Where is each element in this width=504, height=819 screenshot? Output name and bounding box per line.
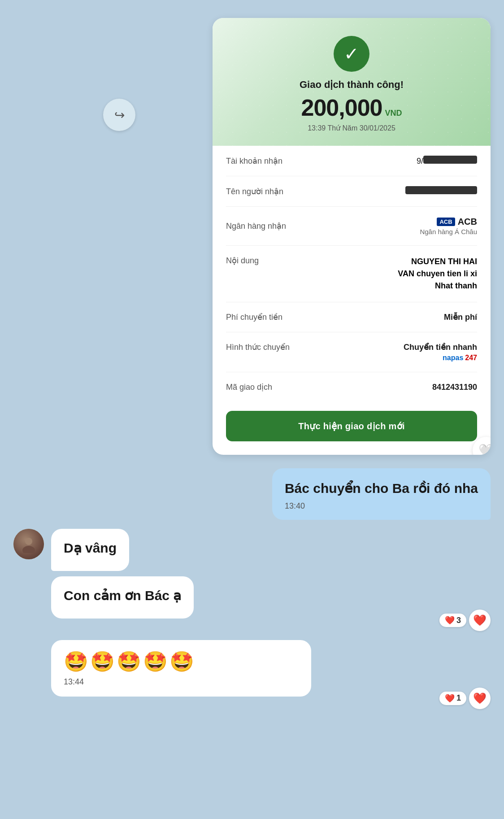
receipt-card: ✓ Giao dịch thành công! 200,000 VND 13:3… — [213, 18, 491, 455]
reply-button[interactable]: ↪ — [103, 99, 135, 131]
svg-point-1 — [22, 546, 35, 553]
react-heart-button-cam-on[interactable]: ❤️ — [469, 610, 491, 631]
outgoing-message-text: Bác chuyển cho Ba rồi đó nha — [285, 479, 478, 498]
outgoing-message-area: Bác chuyển cho Ba rồi đó nha 13:40 — [0, 459, 504, 524]
chat-container: ↪ ✓ Giao dịch thành công! 200,000 VND 13… — [0, 0, 504, 819]
receipt-value-fee: Miễn phí — [444, 312, 477, 322]
incoming-bubble-cam-on: Con cảm ơn Bác ạ — [51, 576, 194, 619]
amount-currency: VND — [385, 109, 402, 118]
checkmark-icon: ✓ — [344, 45, 359, 63]
receipt-body: Tài khoản nhận 9/ Tên người nhận Ngân hà… — [213, 146, 491, 402]
receipt-row-txid: Mã giao dịch 8412431190 — [226, 372, 477, 402]
cam-on-text: Con cảm ơn Bác ạ — [64, 586, 181, 605]
receipt-row-account: Tài khoản nhận 9/ — [226, 146, 477, 176]
receipt-label-content: Nội dung — [226, 256, 316, 266]
napas-red-text: 247 — [465, 354, 477, 362]
da-vang-text: Dạ vâng — [64, 539, 117, 558]
receipt-row-name: Tên người nhận — [226, 176, 477, 207]
method-text: Chuyển tiền nhanh — [404, 342, 477, 352]
receipt-label-account: Tài khoản nhận — [226, 156, 316, 166]
avatar-inner — [13, 529, 44, 559]
react-heart-button-emoji[interactable]: ❤️ — [469, 688, 491, 709]
heart-emoji-cam-on: ❤️ — [445, 615, 455, 625]
datetime-text: 13:39 Thứ Năm 30/01/2025 — [226, 124, 477, 132]
emoji-message-time: 13:44 — [64, 677, 299, 687]
heart-emoji-sticker: ❤️ — [445, 693, 455, 703]
receipt-header: ✓ Giao dịch thành công! 200,000 VND 13:3… — [213, 18, 491, 146]
incoming-message-emoji: 🤩🤩🤩🤩🤩 13:44 ❤️ 1 ❤️ — [51, 640, 491, 697]
incoming-bubble-emoji: 🤩🤩🤩🤩🤩 13:44 — [51, 640, 311, 697]
receipt-row-method: Hình thức chuyển Chuyển tiền nhanh napas… — [226, 332, 477, 372]
receipt-value-content: NGUYEN THI HAIVAN chuyen tien li xiNhat … — [398, 256, 477, 292]
receipt-area: ↪ ✓ Giao dịch thành công! 200,000 VND 13… — [0, 9, 504, 459]
reaction-count-value-emoji: 1 — [456, 693, 461, 703]
incoming-bubble-da-vang: Dạ vâng — [51, 529, 129, 571]
bank-value: ACB ACB Ngân hàng Á Châu — [420, 217, 477, 235]
redacted-account — [423, 156, 477, 164]
bank-sub-text: Ngân hàng Á Châu — [420, 228, 477, 235]
receipt-row-fee: Phí chuyển tiền Miễn phí — [226, 302, 477, 332]
outgoing-message-bubble: Bác chuyển cho Ba rồi đó nha 13:40 — [272, 468, 491, 520]
napas-badge: napas 247 — [404, 354, 477, 362]
reaction-count-emoji: ❤️ 1 — [439, 692, 466, 705]
success-circle: ✓ — [334, 36, 369, 72]
receipt-label-name: Tên người nhận — [226, 187, 316, 196]
receipt-footer: Thực hiện giao dịch mới — [213, 402, 491, 455]
receipt-value-method: Chuyển tiền nhanh napas 247 — [404, 342, 477, 362]
reaction-count-cam-on: ❤️ 3 — [439, 614, 466, 627]
receipt-label-method: Hình thức chuyển — [226, 342, 316, 352]
receipt-label-txid: Mã giao dịch — [226, 382, 316, 392]
incoming-message-cam-on: Con cảm ơn Bác ạ ❤️ 3 ❤️ — [51, 576, 491, 619]
redacted-name — [405, 186, 477, 194]
napas-blue-text: napas — [443, 354, 463, 362]
amount-value: 200,000 — [301, 94, 382, 121]
reaction-count-value-cam-on: 3 — [456, 616, 461, 625]
outgoing-message-time: 13:40 — [285, 501, 478, 511]
acb-box-label: ACB — [437, 218, 455, 226]
incoming-message-da-vang: Dạ vâng — [13, 529, 491, 571]
receipt-value-txid: 8412431190 — [432, 383, 477, 392]
avatar — [13, 529, 44, 559]
reply-icon: ↪ — [114, 108, 125, 122]
emoji-stickers-text: 🤩🤩🤩🤩🤩 — [64, 650, 299, 674]
receipt-label-fee: Phí chuyển tiền — [226, 312, 316, 322]
reaction-row-cam-on: ❤️ 3 ❤️ — [439, 610, 491, 631]
incoming-messages-area: Dạ vâng Con cảm ơn Bác ạ ❤️ 3 ❤️ 🤩🤩🤩🤩🤩 1… — [0, 524, 504, 719]
receipt-label-bank: Ngân hàng nhận — [226, 221, 316, 231]
acb-badge: ACB ACB — [420, 217, 477, 227]
receipt-value-name — [405, 186, 477, 196]
receipt-row-bank: Ngân hàng nhận ACB ACB Ngân hàng Á Châu — [226, 207, 477, 246]
receipt-row-content: Nội dung NGUYEN THI HAIVAN chuyen tien l… — [226, 246, 477, 302]
acb-name-text: ACB — [458, 217, 477, 227]
receipt-value-account: 9/ — [417, 156, 477, 166]
new-transaction-button[interactable]: Thực hiện giao dịch mới — [226, 411, 477, 441]
reaction-row-emoji: ❤️ 1 ❤️ — [439, 688, 491, 709]
success-text: Giao dịch thành công! — [226, 79, 477, 91]
svg-point-0 — [25, 538, 32, 545]
amount-row: 200,000 VND — [226, 94, 477, 121]
